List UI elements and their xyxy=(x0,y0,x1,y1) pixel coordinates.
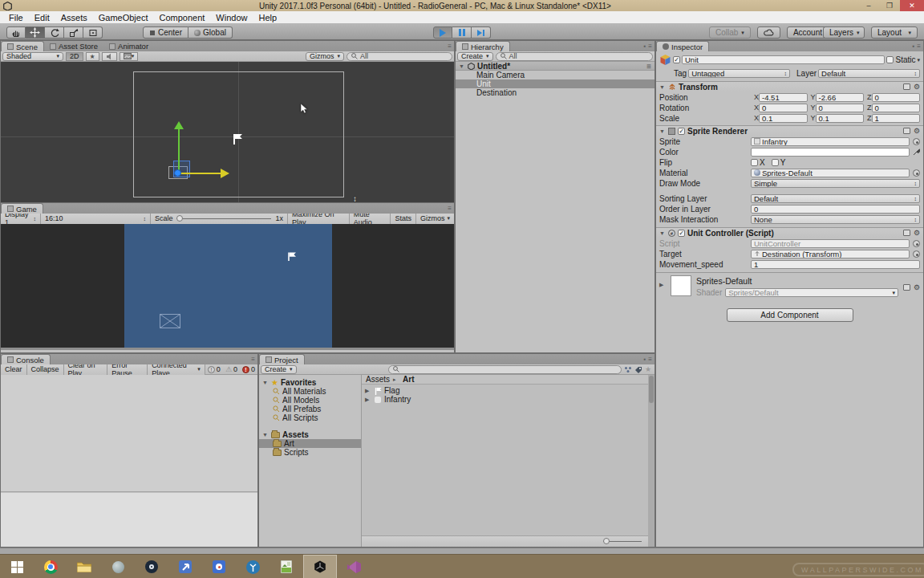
transform-header[interactable]: ▼ Transform ⚙ xyxy=(656,81,923,92)
sprite-object-picker[interactable] xyxy=(913,138,920,145)
script-object-picker[interactable] xyxy=(913,240,920,247)
gizmo-y-axis[interactable] xyxy=(178,128,180,172)
maximize-button[interactable]: ❐ xyxy=(879,0,900,11)
stats-button[interactable]: Stats xyxy=(390,214,415,224)
thumbnail-size-slider[interactable] xyxy=(603,541,642,542)
scale-z-field[interactable]: 1 xyxy=(872,114,920,123)
gizmo-x-axis[interactable] xyxy=(180,173,221,174)
padlock-icon[interactable]: ▪ xyxy=(643,356,646,363)
position-z-field[interactable]: 0 xyxy=(872,93,920,102)
close-button[interactable]: ✕ xyxy=(900,0,924,11)
rotation-z-field[interactable]: 0 xyxy=(872,104,920,112)
panel-menu-icon[interactable]: ≡ xyxy=(648,356,652,363)
shading-mode-dropdown[interactable]: Shaded ▾ xyxy=(2,52,63,61)
pivot-global-button[interactable]: Global xyxy=(188,26,233,39)
help-book-icon[interactable] xyxy=(903,284,910,291)
search-by-type-icon[interactable] xyxy=(624,366,632,373)
sprite-renderer-enabled-checkbox[interactable]: ✓ xyxy=(678,128,685,135)
tab-game[interactable]: Game xyxy=(1,203,43,214)
scale-slider[interactable] xyxy=(176,218,271,219)
sprite-renderer-header[interactable]: ▼ ✓ Sprite Renderer ⚙ xyxy=(656,125,923,136)
console-error-pause-button[interactable]: Error Pause xyxy=(107,364,148,375)
flip-x-checkbox[interactable] xyxy=(751,159,758,166)
taskbar-visual-studio[interactable] xyxy=(337,555,371,578)
2d-toggle-button[interactable]: 2D xyxy=(66,52,83,61)
tab-project[interactable]: Project xyxy=(259,354,305,364)
console-warning-badge[interactable]: ⚠ 0 xyxy=(223,365,240,373)
step-button[interactable] xyxy=(472,26,491,39)
scripts-folder-row[interactable]: Scripts xyxy=(259,448,361,457)
console-detail-area[interactable] xyxy=(1,493,257,547)
thumbnail-size-knob[interactable] xyxy=(603,538,610,544)
help-book-icon[interactable] xyxy=(903,230,910,236)
console-log-badge[interactable]: ! 0 xyxy=(205,365,223,373)
order-in-layer-field[interactable]: 0 xyxy=(751,205,920,214)
material-field[interactable]: Sprites-Default xyxy=(751,169,910,177)
panel-menu-icon[interactable]: ≡ xyxy=(448,205,452,212)
scene-gizmos-dropdown[interactable]: Gizmos ▾ xyxy=(306,52,344,61)
hierarchy-item-main-camera[interactable]: Main Camera xyxy=(456,71,654,79)
hierarchy-scene-row[interactable]: ▼ Untitled* ≡ xyxy=(456,62,654,71)
color-swatch-field[interactable] xyxy=(751,148,910,157)
console-connected-player-dropdown[interactable]: Connected Playe ▾ xyxy=(148,364,205,375)
move-tool-button[interactable] xyxy=(26,26,45,39)
panel-menu-icon[interactable]: ≡ xyxy=(448,43,452,50)
taskbar-chrome[interactable] xyxy=(34,555,67,578)
draw-mode-dropdown[interactable]: Simple ↕ xyxy=(751,179,920,188)
panel-menu-icon[interactable]: ≡ xyxy=(917,43,921,50)
hand-tool-button[interactable] xyxy=(6,26,26,39)
game-gizmos-dropdown[interactable]: Gizmos ▾ xyxy=(415,214,454,224)
assets-folder-row[interactable]: ▼ Assets xyxy=(259,430,361,439)
art-folder-row[interactable]: Art xyxy=(259,439,361,448)
tab-console[interactable]: Console xyxy=(1,354,51,364)
gear-icon[interactable]: ⚙ xyxy=(914,283,920,291)
scale-x-field[interactable]: 0.1 xyxy=(759,114,807,123)
scene-search-input[interactable]: All xyxy=(346,52,452,61)
rotation-y-field[interactable]: 0 xyxy=(816,104,864,112)
tab-animator[interactable]: Animator xyxy=(103,41,154,51)
tab-hierarchy[interactable]: Hierarchy xyxy=(456,41,510,51)
rect-tool-button[interactable] xyxy=(83,26,103,39)
console-clear-button[interactable]: Clear xyxy=(1,364,27,375)
favorite-all-prefabs[interactable]: All Prefabs xyxy=(259,405,361,413)
mute-audio-button[interactable]: Mute Audio xyxy=(349,214,391,224)
taskbar-app-audio[interactable] xyxy=(101,555,135,578)
taskbar-unity[interactable] xyxy=(303,555,337,578)
taskbar-start-button[interactable] xyxy=(0,555,34,578)
padlock-icon[interactable]: ▪ xyxy=(643,43,646,50)
console-clear-on-play-button[interactable]: Clear on Play xyxy=(64,364,108,375)
scale-y-field[interactable]: 0.1 xyxy=(816,114,864,123)
project-search-input[interactable] xyxy=(388,365,622,374)
help-book-icon[interactable] xyxy=(903,128,910,134)
rotation-x-field[interactable]: 0 xyxy=(759,104,807,112)
scale-slider-knob[interactable] xyxy=(176,215,183,222)
add-component-button[interactable]: Add Component xyxy=(727,308,853,322)
hierarchy-search-input[interactable]: All xyxy=(496,52,653,61)
maximize-on-play-button[interactable]: Maximize On Play xyxy=(287,214,349,224)
sprite-field[interactable]: Infantry xyxy=(751,137,910,146)
gear-icon[interactable]: ⚙ xyxy=(914,83,920,91)
unit-controller-enabled-checkbox[interactable]: ✓ xyxy=(678,230,685,237)
flip-y-checkbox[interactable] xyxy=(772,159,779,166)
target-field[interactable]: Destination (Transform) xyxy=(751,250,910,258)
static-dropdown-icon[interactable]: ▾ xyxy=(917,57,920,63)
asset-infantry[interactable]: ▶ Infantry xyxy=(362,395,648,404)
rotate-tool-button[interactable] xyxy=(45,26,64,39)
taskbar-steam[interactable] xyxy=(135,555,168,578)
tab-inspector[interactable]: Inspector xyxy=(656,41,709,51)
menu-window[interactable]: Window xyxy=(210,13,253,22)
unit-controller-header[interactable]: ▼ # ✓ Unit Controller (Script) ⚙ xyxy=(656,227,923,238)
cloud-button[interactable] xyxy=(757,26,780,39)
movement-speed-field[interactable]: 1 xyxy=(751,260,920,269)
search-by-label-icon[interactable] xyxy=(634,366,642,373)
object-name-field[interactable]: Unit xyxy=(682,55,885,64)
collab-button[interactable]: Collab ▾ xyxy=(709,26,751,39)
menu-help[interactable]: Help xyxy=(253,13,282,22)
position-y-field[interactable]: -2.66 xyxy=(816,93,864,102)
eyedropper-icon[interactable] xyxy=(913,148,920,156)
favorite-all-scripts[interactable]: All Scripts xyxy=(259,413,361,422)
aspect-ratio-dropdown[interactable]: 16:10 ↕ xyxy=(41,214,151,224)
scene-lighting-button[interactable]: ★ xyxy=(86,52,99,61)
asset-flag[interactable]: ▶ Flag xyxy=(362,386,648,395)
taskbar-app-blue1[interactable] xyxy=(168,555,202,578)
